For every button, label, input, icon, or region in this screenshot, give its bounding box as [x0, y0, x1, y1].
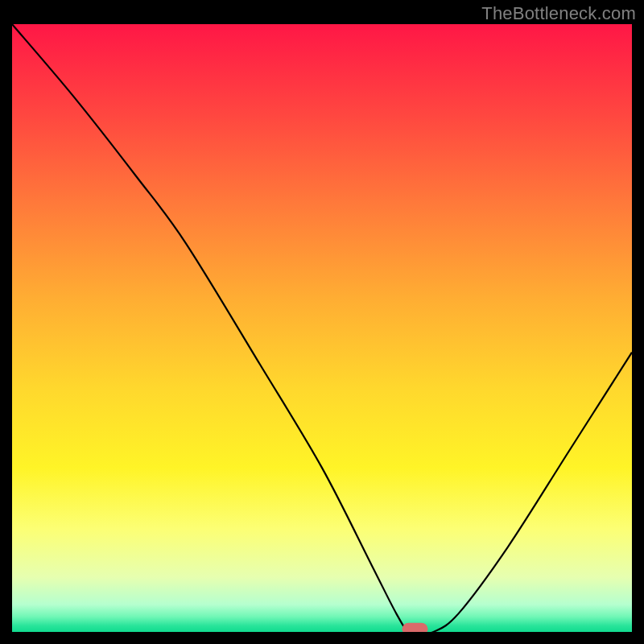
- bottleneck-chart: [12, 24, 632, 632]
- chart-container: TheBottleneck.com: [0, 0, 644, 644]
- gradient-background: [12, 24, 632, 632]
- optimal-marker: [402, 623, 428, 632]
- watermark-text: TheBottleneck.com: [481, 3, 636, 24]
